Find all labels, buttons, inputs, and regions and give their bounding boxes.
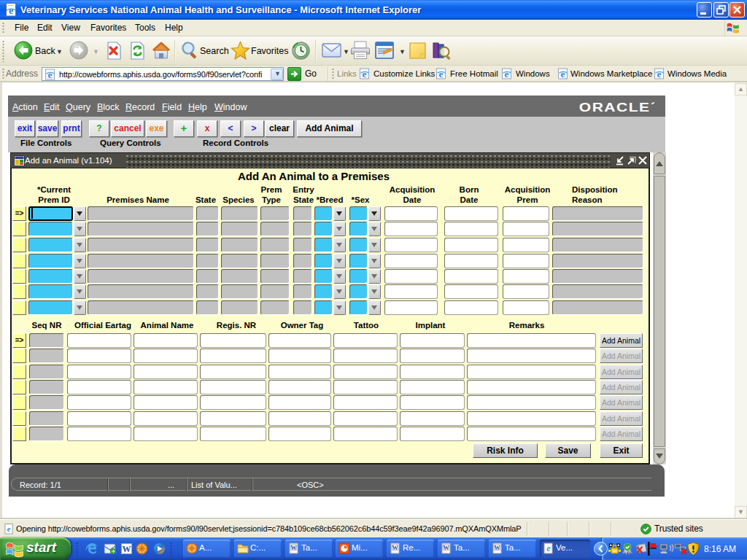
svg-text:e: e [439, 69, 444, 79]
svg-text:e: e [48, 69, 53, 80]
svg-text:e: e [546, 543, 551, 553]
svg-text:e: e [363, 69, 367, 79]
svg-text:W: W [291, 545, 297, 551]
svg-text:e: e [561, 69, 565, 79]
svg-text:e: e [505, 69, 509, 79]
svg-text:e: e [657, 69, 662, 79]
svg-text:W: W [444, 545, 449, 551]
svg-text:e: e [9, 5, 13, 16]
svg-text:W: W [495, 545, 500, 551]
svg-text:W: W [392, 545, 398, 551]
svg-text:e: e [7, 525, 11, 533]
svg-text:W: W [123, 544, 131, 554]
